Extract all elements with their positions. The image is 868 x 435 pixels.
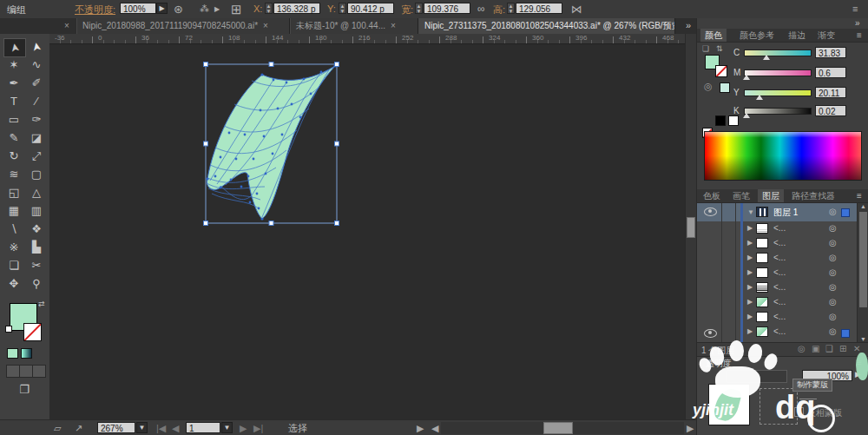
tab-stroke[interactable]: 描边 [784, 29, 810, 42]
new-layer-icon[interactable]: ⊞ [839, 344, 846, 353]
pencil-tool[interactable]: ✎ [3, 129, 24, 147]
direct-selection-tool[interactable]: ➤ [26, 38, 47, 56]
new-sublayer-icon[interactable]: ❑ [825, 344, 833, 353]
constrain-proportions-icon[interactable]: ∞ [477, 0, 485, 18]
document-tab-2[interactable]: 未标题-10* @ 100.44...× [290, 18, 418, 34]
opacity-dropdown-icon[interactable]: ▶ [156, 3, 168, 14]
layer-thumbnail[interactable] [756, 207, 768, 217]
width-tool[interactable]: ≋ [3, 166, 24, 183]
zoom-level-input[interactable]: 267% [97, 422, 135, 433]
x-input[interactable]: 136.328 p [273, 3, 320, 14]
scroll-up-icon[interactable]: ▲ [860, 203, 866, 209]
layers-scrollbar-thumb[interactable] [859, 212, 867, 307]
horizontal-scrollbar[interactable] [441, 422, 684, 434]
target-circle-icon[interactable]: ◎ [829, 238, 837, 247]
first-artboard-icon[interactable]: |◀ [156, 420, 166, 435]
scale-tool[interactable]: ⤢ [26, 148, 47, 165]
h-scroll-left-icon[interactable]: ◀ [431, 420, 438, 435]
panel-menu-icon[interactable]: ≡ [857, 358, 862, 367]
make-mask-icon[interactable]: ▣ [812, 344, 819, 353]
sublayer-name[interactable]: <... [773, 282, 786, 292]
sublayer-name[interactable]: <... [773, 297, 786, 306]
blend-mode-dropdown[interactable] [727, 370, 787, 383]
opacity-expand-icon[interactable]: ▶ [855, 370, 861, 379]
target-circle-icon[interactable]: ◎ [829, 223, 837, 233]
tab-gradient[interactable]: 渐变 [813, 29, 839, 42]
width-input[interactable]: 109.376 [424, 3, 470, 14]
target-circle-icon[interactable]: ◎ [829, 312, 837, 321]
target-circle-icon[interactable]: ◎ [829, 207, 837, 216]
rectangle-tool[interactable]: ▭ [3, 111, 24, 129]
sublayer-name[interactable]: <... [773, 326, 786, 336]
hand-tool[interactable]: ✥ [3, 275, 24, 293]
swap-fill-stroke-icon[interactable]: ⇄ [38, 300, 45, 308]
layer-thumbnail[interactable] [756, 312, 768, 322]
black-slider-track[interactable] [744, 108, 812, 115]
white-swatch[interactable] [728, 115, 739, 126]
locate-object-icon[interactable]: ◎ [798, 344, 806, 353]
black-value-input[interactable]: 0.02 [815, 105, 846, 116]
scroll-down-icon[interactable]: ▼ [860, 336, 866, 342]
target-circle-icon[interactable]: ◎ [829, 297, 837, 306]
close-icon[interactable]: × [263, 21, 268, 30]
layers-scrollbar[interactable]: ▲ ▼ [857, 203, 868, 342]
cyan-slider-track[interactable] [744, 49, 812, 56]
paintbrush-tool[interactable]: ✑ [26, 111, 47, 129]
free-transform-tool[interactable]: ▢ [26, 166, 47, 183]
vertical-scrollbar-thumb[interactable] [687, 217, 695, 238]
mesh-tool[interactable]: ▦ [3, 202, 24, 220]
mesh-artwork[interactable] [200, 56, 347, 230]
tab-layers[interactable]: 图层 [758, 189, 784, 202]
artboard-nav-icon[interactable]: ▱ [54, 420, 61, 435]
perspective-grid-tool[interactable]: △ [26, 184, 47, 201]
document-tab-1[interactable]: Nipic_20180988_20171119094708245000.ai*× [76, 18, 290, 34]
layer-thumbnail[interactable] [756, 297, 768, 307]
layer-thumbnail[interactable] [756, 282, 768, 293]
slice-tool[interactable]: ✂ [26, 257, 47, 274]
visibility-eye-icon[interactable] [704, 208, 717, 216]
tab-transparency[interactable]: 透明度 [706, 358, 732, 370]
panel-menu-icon[interactable]: ≡ [857, 191, 862, 201]
lasso-tool[interactable]: ∿ [26, 56, 47, 74]
black-swatch[interactable] [715, 115, 726, 126]
magenta-slider-track[interactable] [744, 69, 812, 76]
vertical-scrollbar[interactable] [685, 34, 696, 419]
delete-layer-icon[interactable]: ✕ [853, 344, 860, 353]
width-stepper[interactable]: ▲▼ [415, 3, 423, 14]
invert-mask-checkbox[interactable]: 反相蒙版 [794, 407, 842, 419]
shape-builder-tool[interactable]: ◱ [3, 184, 24, 201]
height-stepper[interactable]: ▲▼ [507, 3, 515, 14]
cyan-slider-thumb[interactable] [763, 55, 770, 60]
horizontal-ruler[interactable]: -360367210814418021625228832436039643246… [49, 34, 685, 44]
eyedropper-tool[interactable]: ∖ [3, 221, 24, 238]
color-spectrum-bar[interactable] [704, 131, 862, 181]
black-slider-thumb[interactable] [743, 113, 750, 118]
dock-collapse-icon[interactable]: » [686, 20, 691, 30]
last-artboard-icon[interactable]: ▶| [253, 420, 263, 435]
tab-color-guide[interactable]: 颜色参考 [735, 29, 779, 42]
magenta-value-input[interactable]: 0.6 [815, 67, 846, 78]
tab-close-icon[interactable]: × [64, 21, 69, 30]
layer-thumbnail[interactable] [756, 267, 768, 278]
artboard-number-input[interactable]: 1 [186, 422, 220, 433]
rotate-tool[interactable]: ↻ [3, 148, 24, 165]
symbol-sprayer-tool[interactable]: ※ [3, 239, 24, 256]
h-scroll-right-icon[interactable]: ▶ [687, 420, 694, 435]
x-stepper[interactable]: ▲▼ [265, 3, 273, 14]
horizontal-scrollbar-thumb[interactable] [543, 422, 573, 434]
sublayer-name[interactable]: <... [773, 253, 786, 262]
tab-swatches[interactable]: 色板 [699, 189, 725, 202]
sublayer-name[interactable]: <... [773, 223, 786, 233]
blend-tool[interactable]: ❖ [26, 221, 47, 238]
magic-wand-tool[interactable]: ✶ [3, 56, 24, 74]
pen-tool[interactable]: ✒ [3, 75, 24, 92]
tab-color[interactable]: 颜色 [700, 29, 727, 42]
target-circle-icon[interactable]: ◎ [829, 267, 837, 277]
magenta-slider-thumb[interactable] [743, 75, 750, 80]
y-stepper[interactable]: ▲▼ [339, 3, 346, 14]
zoom-tool[interactable]: ⚲ [26, 275, 47, 293]
yellow-slider-thumb[interactable] [756, 95, 763, 100]
object-thumbnail[interactable] [708, 384, 750, 425]
selection-tool[interactable]: ➤ [3, 38, 26, 57]
gradient-tool[interactable]: ▥ [26, 202, 47, 220]
